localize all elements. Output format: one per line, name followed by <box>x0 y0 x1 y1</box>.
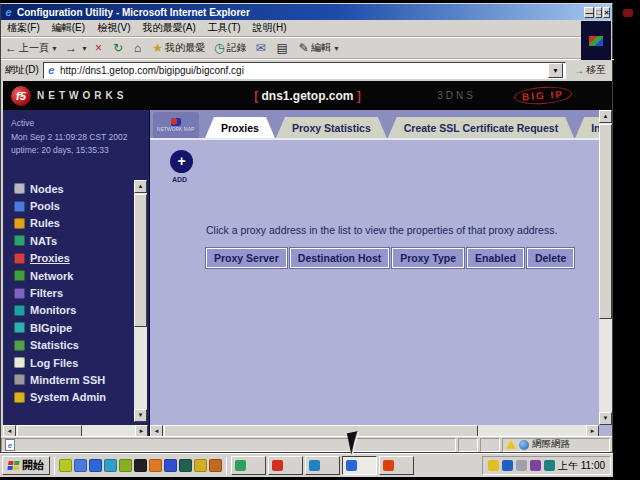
window-control-button[interactable]: × <box>603 7 610 18</box>
toolbar-button-icon: ↻ <box>113 42 123 54</box>
menu-item[interactable]: 檔案(F) <box>7 21 40 35</box>
quick-launch-icon[interactable] <box>59 459 72 472</box>
menu-item[interactable]: 我的最愛(A) <box>142 21 195 35</box>
proxies-panel: + ADD Click a proxy address in the list … <box>150 138 599 425</box>
sidebar-item[interactable]: System Admin <box>14 389 131 406</box>
window-control-button[interactable]: — <box>584 7 594 18</box>
task-button[interactable] <box>231 456 266 475</box>
task-button[interactable] <box>268 456 303 475</box>
window-control-button[interactable]: □ <box>595 7 602 18</box>
tray-icon[interactable] <box>544 460 555 471</box>
quick-launch-icon[interactable] <box>74 459 87 472</box>
sidebar-item[interactable]: NATs <box>14 232 131 249</box>
sidebar-item[interactable]: Network <box>14 267 131 284</box>
add-button[interactable]: + <box>170 150 193 173</box>
quick-launch-icon[interactable] <box>209 459 222 472</box>
task-button-icon <box>383 460 394 471</box>
tray-icon[interactable] <box>516 460 527 471</box>
tray-icon[interactable] <box>502 460 513 471</box>
quick-launch-icon[interactable] <box>89 459 102 472</box>
menu-item[interactable]: 檢視(V) <box>97 21 130 35</box>
status-panel-main: e <box>1 438 456 452</box>
sidebar-item-label: Filters <box>30 287 63 299</box>
scroll-down-icon[interactable]: ▼ <box>134 409 147 422</box>
sidebar-item[interactable]: Proxies <box>14 250 131 267</box>
quick-launch-icon[interactable] <box>134 459 147 472</box>
quick-launch-icon[interactable] <box>194 459 207 472</box>
toolbar-button[interactable]: ⌂ <box>134 42 145 54</box>
desktop: e Configuration Utility - Microsoft Inte… <box>0 3 613 477</box>
toolbar-button[interactable]: ← 上一頁 ▼ <box>5 41 58 55</box>
scroll-up-icon[interactable]: ▲ <box>599 110 612 123</box>
task-buttons <box>231 456 478 475</box>
sidebar-item[interactable]: Mindterm SSH <box>14 371 131 388</box>
quick-launch-icon[interactable] <box>104 459 117 472</box>
scroll-up-icon[interactable]: ▲ <box>134 180 147 193</box>
tab[interactable]: Create SSL Certificate Request <box>388 117 574 138</box>
toolbar-button[interactable]: ★ 我的最愛 <box>152 41 207 55</box>
toolbar-button[interactable]: ◷ 記錄 <box>214 41 248 55</box>
status-bar: e 網際網路 <box>1 436 612 452</box>
sidebar-item[interactable]: Filters <box>14 284 131 301</box>
sidebar-item[interactable]: Nodes <box>14 180 131 197</box>
sidebar-item[interactable]: Rules <box>14 215 131 232</box>
sidebar-vertical-scrollbar[interactable]: ▲ ▼ <box>134 180 147 422</box>
toolbar-buttons: ← 上一頁 ▼ → ▼ × <box>5 41 340 55</box>
sidebar-item-icon <box>14 340 25 351</box>
task-button[interactable] <box>342 456 377 475</box>
menu-item[interactable]: 工具(T) <box>208 21 241 35</box>
menu-item[interactable]: 說明(H) <box>253 21 287 35</box>
tray-icon[interactable] <box>488 460 499 471</box>
menu-item[interactable]: 編輯(E) <box>52 21 85 35</box>
toolbar-button-icon: ✉ <box>255 42 265 54</box>
sidebar-item-label: System Admin <box>30 391 106 403</box>
toolbar-button-icon: × <box>95 42 102 54</box>
quick-launch <box>59 459 222 472</box>
address-input[interactable]: e http://dns1.getop.com/bigipgui/bigconf… <box>43 62 566 79</box>
go-button[interactable]: → 移至 <box>570 63 610 77</box>
capture-indicator-dot <box>623 9 633 17</box>
tab[interactable]: Install SSL Certifi <box>575 117 599 138</box>
ie-window: e Configuration Utility - Microsoft Inte… <box>0 3 613 453</box>
quick-launch-icon[interactable] <box>164 459 177 472</box>
scroll-thumb[interactable] <box>134 194 147 327</box>
task-button[interactable] <box>379 456 414 475</box>
toolbar-button-icon: ★ <box>152 42 163 54</box>
toolbar-button[interactable]: ✎ 編輯 ▼ <box>299 41 340 55</box>
task-button[interactable] <box>305 456 340 475</box>
toolbar-button-label: 編輯 <box>311 41 331 55</box>
nav-bigip[interactable]: BIG IP <box>513 85 572 106</box>
sidebar-item-label: Mindterm SSH <box>30 374 105 386</box>
windows-logo-icon <box>7 461 19 470</box>
nav-3dns[interactable]: 3DNS <box>437 90 476 101</box>
scroll-down-icon[interactable]: ▼ <box>599 412 612 425</box>
task-button-icon <box>309 460 320 471</box>
quick-launch-icon[interactable] <box>179 459 192 472</box>
sidebar-item[interactable]: Log Files <box>14 354 131 371</box>
proxy-table-header: Delete <box>527 248 575 268</box>
tab[interactable]: Proxies <box>205 117 275 138</box>
network-map-button[interactable]: NETWORK MAP <box>153 112 199 138</box>
network-map-icon <box>171 118 181 126</box>
toolbar-button[interactable]: × <box>95 42 106 54</box>
ie-throbber-logo <box>581 21 611 60</box>
scroll-thumb[interactable] <box>599 124 612 319</box>
sidebar-item[interactable]: BIGpipe <box>14 319 131 336</box>
sidebar-item[interactable]: Pools <box>14 197 131 214</box>
start-button[interactable]: 開始 <box>2 456 50 475</box>
tray-icon[interactable] <box>530 460 541 471</box>
sidebar-item-label: NATs <box>30 235 57 247</box>
sidebar-item[interactable]: Monitors <box>14 302 131 319</box>
toolbar-button[interactable]: → ▼ <box>65 42 88 54</box>
main-vertical-scrollbar[interactable]: ▲ ▼ <box>599 110 612 425</box>
address-dropdown-button[interactable]: ▼ <box>548 63 563 78</box>
proxy-table-header-row: Proxy ServerDestination HostProxy TypeEn… <box>206 248 574 268</box>
quick-launch-icon[interactable] <box>149 459 162 472</box>
toolbar-button[interactable]: ↻ <box>113 42 127 54</box>
toolbar-button[interactable]: ▤ <box>277 42 292 54</box>
tab[interactable]: Proxy Statistics <box>276 117 387 138</box>
sidebar: Active Mon Sep 2 11:09:28 CST 2002 uptim… <box>3 110 150 438</box>
toolbar-button[interactable]: ✉ <box>255 42 269 54</box>
quick-launch-icon[interactable] <box>119 459 132 472</box>
sidebar-item[interactable]: Statistics <box>14 337 131 354</box>
